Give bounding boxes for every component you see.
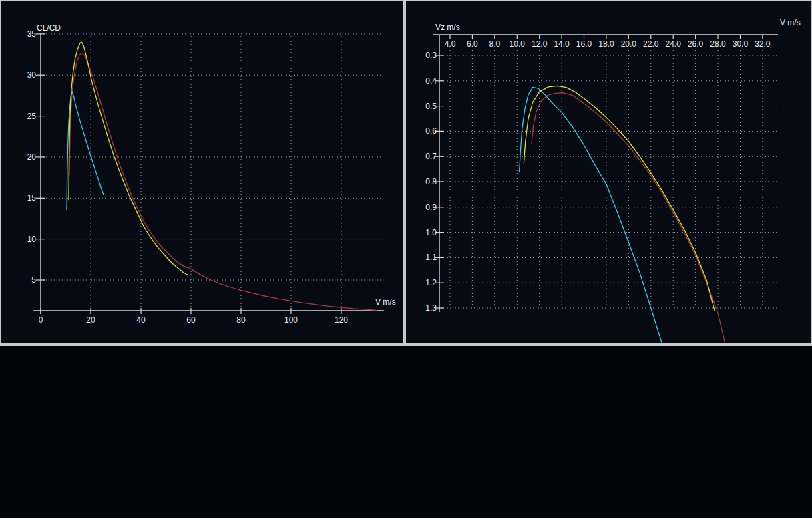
svg-text:30: 30 — [27, 70, 37, 80]
glide-ratio-chart-panel: 0204060801001205101520253035CL/CDV m/s — [1, 1, 403, 343]
svg-text:14.0: 14.0 — [554, 39, 570, 49]
svg-text:1.1: 1.1 — [425, 253, 437, 262]
svg-text:1.2: 1.2 — [425, 278, 437, 287]
svg-text:25: 25 — [27, 112, 37, 121]
svg-text:0: 0 — [39, 315, 43, 325]
svg-text:20.0: 20.0 — [621, 39, 637, 49]
svg-text:28.0: 28.0 — [710, 39, 726, 49]
svg-text:40: 40 — [136, 315, 146, 325]
sink-vs-speed-chart[interactable]: 4.06.08.010.012.014.016.018.020.022.024.… — [406, 1, 811, 343]
svg-text:35: 35 — [27, 29, 37, 39]
svg-text:30.0: 30.0 — [733, 39, 749, 49]
svg-text:10: 10 — [27, 235, 37, 244]
svg-text:0.7: 0.7 — [425, 152, 437, 161]
svg-text:20: 20 — [86, 315, 95, 325]
svg-text:0.8: 0.8 — [425, 177, 437, 186]
plane-legend: Swift1:5 HN989 T2-LLT-3.500kg-x70.000mm … — [0, 346, 812, 518]
svg-text:5: 5 — [31, 275, 36, 285]
svg-text:0.4: 0.4 — [425, 76, 437, 86]
svg-text:V m/s: V m/s — [375, 297, 396, 307]
svg-text:0.6: 0.6 — [425, 126, 437, 136]
svg-text:0.9: 0.9 — [425, 203, 437, 212]
svg-text:100: 100 — [284, 315, 298, 325]
svg-text:22.0: 22.0 — [643, 39, 659, 49]
svg-text:16.0: 16.0 — [576, 39, 592, 49]
sink-rate-chart-panel: 4.06.08.010.012.014.016.018.020.022.024.… — [406, 1, 811, 343]
svg-text:6.0: 6.0 — [467, 39, 478, 49]
svg-text:18.0: 18.0 — [598, 39, 614, 49]
svg-text:120: 120 — [335, 315, 348, 325]
svg-text:0.5: 0.5 — [425, 102, 437, 111]
svg-text:80: 80 — [236, 315, 246, 325]
svg-text:1.0: 1.0 — [425, 228, 437, 237]
svg-text:1.3: 1.3 — [425, 303, 437, 313]
svg-text:0.3: 0.3 — [425, 51, 437, 60]
svg-text:20: 20 — [27, 152, 37, 162]
svg-text:60: 60 — [186, 315, 196, 325]
svg-text:32.0: 32.0 — [755, 39, 771, 49]
svg-text:CL/CD: CL/CD — [37, 23, 61, 33]
svg-text:15: 15 — [27, 193, 37, 203]
svg-text:Vz m/s: Vz m/s — [435, 23, 460, 32]
svg-text:4.0: 4.0 — [445, 39, 456, 49]
charts-frame: 0204060801001205101520253035CL/CDV m/s 4… — [0, 0, 812, 346]
svg-text:8.0: 8.0 — [489, 39, 500, 49]
svg-text:26.0: 26.0 — [688, 39, 704, 49]
svg-text:24.0: 24.0 — [666, 39, 682, 49]
svg-text:V m/s: V m/s — [780, 18, 801, 27]
clcd-vs-speed-chart[interactable]: 0204060801001205101520253035CL/CDV m/s — [1, 1, 403, 343]
svg-text:12.0: 12.0 — [532, 39, 548, 49]
svg-text:10.0: 10.0 — [510, 39, 526, 49]
